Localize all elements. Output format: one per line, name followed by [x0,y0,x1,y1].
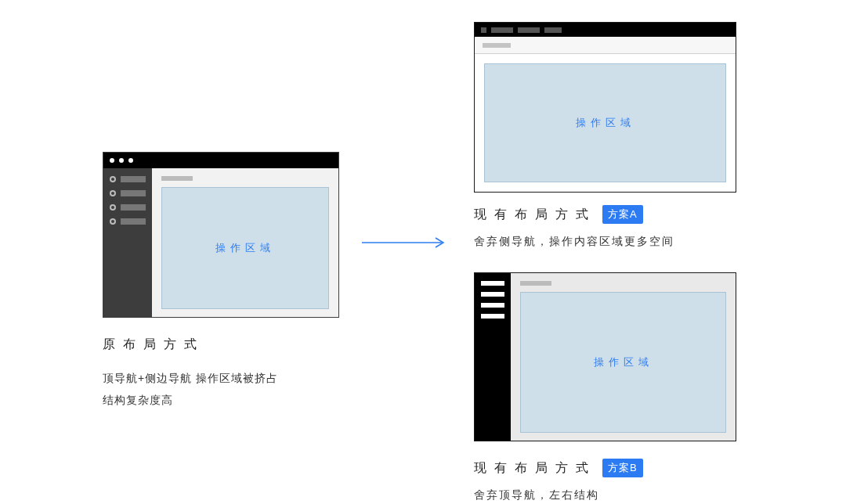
breadcrumb-placeholder [483,43,511,48]
nav-item-placeholder [518,27,540,33]
sidebar-item-placeholder [481,303,504,308]
content-area: 操作区域 [484,63,726,182]
original-desc-line-2: 结构复杂度高 [103,389,369,411]
mockup-original-layout: 操作区域 [103,152,339,318]
variant-a-desc: 舍弃侧导航，操作内容区域更多空间 [474,235,756,249]
window-titlebar [103,153,338,168]
mockup-variant-b: 操作区域 [474,272,736,441]
breadcrumb-placeholder [520,281,551,286]
original-desc-line-1: 顶导航+侧边导航 操作区域被挤占 [103,367,369,389]
sidebar-item-placeholder [481,281,504,286]
sidebar-item-placeholder [110,176,146,182]
sidebar-item-placeholder [481,292,504,297]
sidebar-item-placeholder [110,190,146,196]
sidebar-item-placeholder [481,314,504,319]
breadcrumb-placeholder [161,176,193,181]
mockup-sidebar [475,273,511,441]
variant-b-badge: 方案B [602,459,643,477]
variant-b-title: 现有布局方式 [474,460,596,477]
variant-b-desc: 舍弃顶导航，左右结构 [474,488,756,502]
content-area: 操作区域 [161,187,329,309]
variant-a-title: 现有布局方式 [474,207,596,223]
content-area: 操作区域 [520,292,726,433]
sidebar-item-placeholder [110,218,146,225]
original-title: 原布局方式 [103,337,369,353]
sidebar-item-placeholder [110,204,146,211]
variant-a-badge: 方案A [602,205,643,224]
window-dot-icon [119,158,124,163]
arrow-right-icon [360,235,446,250]
mockup-variant-a: 操作区域 [474,22,736,193]
window-dot-icon [128,158,133,163]
nav-logo-placeholder [481,27,486,33]
top-nav-bar [475,23,736,37]
window-dot-icon [110,158,114,163]
nav-item-placeholder [491,27,513,33]
mockup-sidebar [103,168,152,317]
sub-header [475,37,736,54]
nav-item-placeholder [544,27,562,33]
